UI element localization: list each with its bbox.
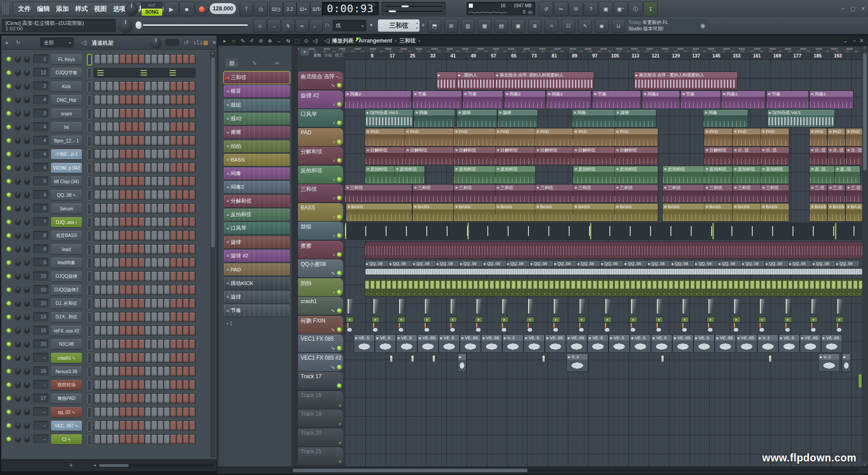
slice-tool-icon[interactable]: ⇆	[283, 38, 292, 44]
step-cell[interactable]	[145, 150, 151, 159]
step-cell[interactable]	[107, 231, 113, 240]
arrangement-grid[interactable]: ▸▸ ..爱的人▸ 南北组合 吉萍..我的人和我爱的人▸ 南北组合 吉萍 - 爱…	[345, 60, 862, 466]
slider-track-1[interactable]	[385, 6, 442, 7]
step-cell[interactable]	[145, 340, 151, 349]
main-volume-knob[interactable]	[125, 2, 138, 15]
step-cell[interactable]	[113, 326, 119, 335]
step-cell[interactable]	[126, 123, 132, 132]
audio-chip-clip[interactable]: ▸ QQ..08	[459, 261, 483, 267]
picker-pattern-item[interactable]: ≡鼓组	[224, 99, 290, 111]
metronome-bell-button[interactable]: ♩	[309, 19, 323, 33]
step-cell[interactable]	[158, 177, 163, 186]
step-cell[interactable]	[120, 313, 125, 322]
step-cell[interactable]	[132, 367, 138, 376]
step-cell[interactable]	[189, 353, 195, 362]
channel-button[interactable]: Kick	[51, 81, 82, 91]
audio-chip-clip[interactable]: ▸ QQ..08	[577, 261, 600, 267]
step-cell[interactable]	[132, 272, 138, 281]
step-cell[interactable]	[139, 82, 144, 91]
track-enable-led[interactable]	[337, 346, 341, 350]
step-cell[interactable]	[145, 123, 151, 132]
channel-target-number[interactable]: 9	[33, 244, 48, 253]
track-enable-led[interactable]	[337, 121, 341, 125]
step-cell[interactable]	[94, 313, 100, 322]
step-cell[interactable]	[170, 136, 176, 145]
step-cell[interactable]	[164, 177, 170, 186]
track-header[interactable]: Track 18	[298, 391, 343, 409]
channel-volume-knob[interactable]	[24, 395, 30, 401]
audio-chip-clip[interactable]: ▸ QQ..08	[741, 261, 765, 267]
crash-hit-clip[interactable]	[580, 299, 586, 314]
step-cell[interactable]	[94, 326, 100, 335]
step-cell[interactable]	[177, 123, 182, 132]
fx-mini-clip[interactable]: ▸	[759, 317, 766, 322]
step-cell[interactable]	[177, 380, 182, 390]
channel-volume-knob[interactable]	[24, 382, 30, 388]
view-browser-button[interactable]: ▣	[511, 19, 525, 33]
remote-button[interactable]: ◉	[595, 19, 609, 33]
pattern-clip[interactable]: ≡ 反拍和弦	[761, 166, 789, 184]
step-cell[interactable]	[151, 313, 157, 322]
step-cell[interactable]	[145, 109, 151, 118]
step-cell[interactable]	[177, 285, 182, 294]
channel-pan-knob[interactable]	[15, 124, 21, 130]
channel-volume-knob[interactable]	[24, 219, 30, 225]
step-cell[interactable]	[170, 285, 176, 294]
pattern-clip[interactable]: ≡ 间奏	[414, 109, 455, 127]
step-cell[interactable]	[183, 258, 189, 267]
step-cell[interactable]	[107, 367, 113, 376]
track-enable-led[interactable]	[339, 423, 341, 425]
channel-pan-knob[interactable]	[15, 328, 21, 333]
pattern-clip[interactable]: ≡ PAD	[761, 128, 789, 146]
channel-target-number[interactable]: 5	[33, 176, 48, 185]
channel-target-number[interactable]: 15	[33, 326, 48, 335]
pattern-clip[interactable]: ≡ 反拍和弦	[395, 166, 425, 184]
step-cell[interactable]	[183, 136, 189, 145]
update-notification[interactable]: Today 有更新的 FL Studio 版本可用! ◉	[626, 19, 709, 33]
step-cell[interactable]	[113, 95, 119, 104]
step-cell[interactable]	[113, 435, 119, 444]
step-cell[interactable]	[120, 353, 125, 362]
step-cell[interactable]	[132, 435, 138, 444]
crash-hit-clip[interactable]	[734, 299, 741, 314]
step-cell[interactable]	[177, 95, 182, 104]
channel-mixer-fader[interactable]	[87, 285, 92, 296]
step-cell[interactable]	[113, 299, 119, 308]
step-cell[interactable]	[189, 95, 195, 104]
pattern-clip[interactable]: ≡ 分..弦	[846, 147, 862, 165]
zoom-tool-icon[interactable]: ⊙	[302, 38, 311, 44]
step-cell[interactable]	[94, 55, 100, 64]
step-cell[interactable]	[151, 136, 157, 145]
channel-volume-knob[interactable]	[24, 423, 30, 428]
channel-volume-knob[interactable]	[24, 205, 30, 211]
step-cell[interactable]	[120, 136, 125, 145]
step-cell[interactable]	[177, 421, 182, 430]
audio-chip-clip[interactable]: ▸ QQ..08	[765, 261, 788, 267]
step-cell[interactable]	[139, 204, 144, 213]
step-cell[interactable]	[113, 340, 119, 349]
rack-undo-icon[interactable]: ↺	[184, 39, 189, 46]
track-options-dots[interactable]: ···	[301, 215, 306, 220]
fx-mini-clip[interactable]: ▸	[527, 317, 534, 322]
channel-enable-led[interactable]	[7, 410, 11, 414]
channel-enable-led[interactable]	[7, 383, 11, 387]
step-cell[interactable]	[177, 177, 182, 186]
pattern-clip[interactable]: ≡ BA.S	[846, 204, 862, 221]
playlist-vscrollbar[interactable]: ∧ ∨	[862, 46, 868, 466]
pattern-clip[interactable]: ≡ BASS	[810, 204, 827, 221]
pat-mode-label[interactable]: PAT	[142, 2, 162, 9]
channel-pan-knob[interactable]	[15, 56, 21, 62]
step-cell[interactable]	[120, 204, 125, 213]
channel-enable-led[interactable]	[7, 423, 11, 428]
track-tab-模式[interactable]: 模式	[335, 53, 343, 57]
step-cell[interactable]	[145, 204, 151, 213]
step-cell[interactable]	[132, 313, 138, 322]
view-channel-rack-button[interactable]: ▦	[478, 19, 491, 33]
pattern-clip[interactable]: ≡ 节奏	[681, 91, 721, 109]
pattern-clip[interactable]: ≡ 三和弦	[454, 185, 495, 202]
step-cell[interactable]	[132, 163, 138, 172]
step-cell[interactable]	[139, 150, 144, 159]
info-button[interactable]: ⓘ	[628, 2, 643, 16]
channel-enable-led[interactable]	[7, 342, 11, 346]
small-hit-clip[interactable]	[661, 356, 664, 362]
